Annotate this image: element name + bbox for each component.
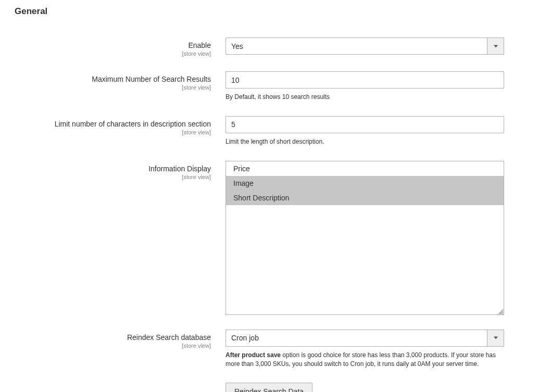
multiselect-option[interactable]: Image (226, 176, 504, 191)
field-control-col: After product save option is good choice… (226, 330, 504, 392)
button-row: Reindex Search Data (226, 383, 504, 392)
enable-select-value[interactable] (226, 37, 504, 55)
reindex-note: After product save option is good choice… (226, 351, 504, 369)
desc-limit-scope: [store view] (15, 129, 211, 135)
field-label-col: Maximum Number of Search Results [store … (15, 71, 226, 91)
field-info-display: Information Display [store view] PriceIm… (15, 161, 523, 315)
reindex-label: Reindex Search database (15, 333, 211, 342)
enable-select[interactable] (226, 37, 504, 55)
svg-line-0 (498, 309, 503, 314)
field-desc-limit: Limit number of characters in descriptio… (15, 116, 523, 146)
reindex-select-value[interactable] (226, 330, 504, 347)
field-control-col: Limit the length of short description. (226, 116, 504, 146)
field-control-col: PriceImageShort Description (226, 161, 504, 315)
section-title: General (15, 6, 523, 17)
desc-limit-label: Limit number of characters in descriptio… (15, 119, 211, 129)
multiselect-option[interactable]: Price (226, 161, 504, 176)
field-enable: Enable [store view] (15, 37, 523, 57)
enable-scope: [store view] (15, 50, 211, 57)
max-results-input[interactable] (226, 71, 504, 88)
reindex-search-data-button[interactable]: Reindex Search Data (226, 383, 312, 392)
reindex-select[interactable] (226, 330, 504, 347)
field-label-col: Limit number of characters in descriptio… (15, 116, 226, 135)
svg-line-2 (502, 313, 503, 314)
field-label-col: Reindex Search database [store view] (15, 330, 226, 349)
info-display-multiselect[interactable]: PriceImageShort Description (226, 161, 504, 315)
field-control-col (226, 37, 504, 55)
field-max-results: Maximum Number of Search Results [store … (15, 71, 523, 102)
field-reindex: Reindex Search database [store view] Aft… (15, 330, 523, 392)
field-control-col: By Default, it shows 10 search results (226, 71, 504, 102)
max-results-label: Maximum Number of Search Results (15, 74, 211, 84)
enable-label: Enable (15, 41, 211, 50)
svg-line-1 (500, 311, 503, 314)
reindex-scope: [store view] (15, 343, 211, 349)
info-display-label: Information Display (15, 164, 211, 173)
desc-limit-note: Limit the length of short description. (226, 137, 504, 146)
reindex-note-strong: After product save (226, 351, 281, 359)
field-label-col: Information Display [store view] (15, 161, 226, 180)
field-label-col: Enable [store view] (15, 37, 226, 57)
multiselect-option[interactable]: Short Description (226, 191, 504, 205)
desc-limit-input[interactable] (226, 116, 504, 133)
resize-handle-icon (497, 308, 503, 314)
info-display-scope: [store view] (15, 174, 211, 180)
max-results-scope: [store view] (15, 84, 211, 91)
max-results-note: By Default, it shows 10 search results (226, 93, 504, 102)
